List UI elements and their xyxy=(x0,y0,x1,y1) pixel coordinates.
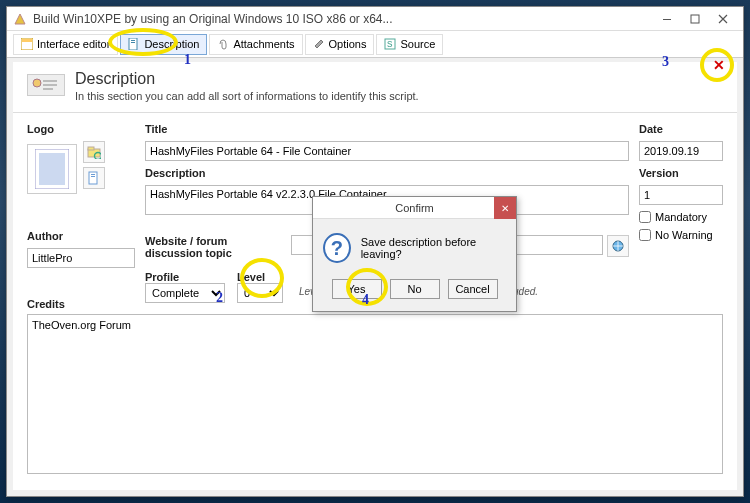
description-label: Description xyxy=(145,167,629,179)
mandatory-checkbox[interactable]: Mandatory xyxy=(639,211,723,223)
toolbar: Interface editor Description Attachments… xyxy=(7,31,743,58)
date-input[interactable] xyxy=(639,141,723,161)
source-icon: s xyxy=(384,38,396,50)
svg-rect-14 xyxy=(39,153,65,185)
svg-rect-4 xyxy=(129,38,137,50)
tab-label: Interface editor xyxy=(37,38,110,50)
layout-icon xyxy=(21,38,33,50)
close-button[interactable] xyxy=(709,9,737,29)
dialog-message: Save description before leaving? xyxy=(361,236,506,260)
svg-rect-16 xyxy=(88,147,94,150)
tab-label: Source xyxy=(400,38,435,50)
nowarning-checkbox[interactable]: No Warning xyxy=(639,229,723,241)
date-label: Date xyxy=(639,123,723,135)
credits-label: Credits xyxy=(27,298,135,310)
tab-source[interactable]: s Source xyxy=(376,34,443,55)
window-controls xyxy=(653,9,737,29)
profile-label: Profile xyxy=(145,271,179,283)
author-label: Author xyxy=(27,230,135,242)
svg-rect-1 xyxy=(691,15,699,23)
question-icon: ? xyxy=(323,233,351,263)
version-label: Version xyxy=(639,167,723,179)
svg-rect-10 xyxy=(43,80,57,82)
dialog-titlebar: Confirm ✕ xyxy=(313,197,516,219)
wrench-icon xyxy=(313,38,325,50)
cancel-button[interactable]: Cancel xyxy=(448,279,498,299)
panel-header: Description In this section you can add … xyxy=(13,62,737,113)
svg-rect-18 xyxy=(89,172,97,184)
minimize-button[interactable] xyxy=(653,9,681,29)
dialog-close-button[interactable]: ✕ xyxy=(494,197,516,219)
logo-label: Logo xyxy=(27,123,135,135)
confirm-dialog: Confirm ✕ ? Save description before leav… xyxy=(312,196,517,312)
title-label: Title xyxy=(145,123,629,135)
author-input[interactable] xyxy=(27,248,135,268)
logo-browse-button[interactable] xyxy=(83,141,105,163)
logo-preview[interactable] xyxy=(27,144,77,194)
tab-options[interactable]: Options xyxy=(305,34,375,55)
svg-rect-0 xyxy=(663,19,671,20)
dialog-title: Confirm xyxy=(395,202,434,214)
paperclip-icon xyxy=(217,38,229,50)
credits-textarea[interactable]: TheOven.org Forum xyxy=(27,314,723,474)
no-button[interactable]: No xyxy=(390,279,440,299)
website-browse-button[interactable] xyxy=(607,235,629,257)
document-icon xyxy=(128,38,140,50)
logo-clear-button[interactable] xyxy=(83,167,105,189)
app-icon xyxy=(13,12,27,26)
svg-text:s: s xyxy=(387,38,393,49)
maximize-button[interactable] xyxy=(681,9,709,29)
version-input[interactable] xyxy=(639,185,723,205)
panel-subtitle: In this section you can add all sort of … xyxy=(75,90,419,102)
level-select[interactable]: 0 xyxy=(237,283,283,303)
svg-rect-19 xyxy=(91,174,95,175)
svg-rect-12 xyxy=(43,88,53,90)
svg-point-9 xyxy=(33,79,41,87)
titlebar: Build Win10XPE by using an Original Wind… xyxy=(7,7,743,31)
panel-close-icon[interactable]: ✕ xyxy=(713,57,729,73)
tab-label: Attachments xyxy=(233,38,294,50)
yes-button[interactable]: Yes xyxy=(332,279,382,299)
title-input[interactable] xyxy=(145,141,629,161)
badge-icon xyxy=(27,74,65,96)
svg-rect-6 xyxy=(131,42,135,43)
svg-rect-3 xyxy=(22,39,32,42)
tab-description[interactable]: Description xyxy=(120,34,207,55)
website-label: Website / forum discussion topic xyxy=(145,235,279,259)
svg-rect-20 xyxy=(91,176,95,177)
tab-attachments[interactable]: Attachments xyxy=(209,34,302,55)
window-title: Build Win10XPE by using an Original Wind… xyxy=(33,12,653,26)
tab-label: Description xyxy=(144,38,199,50)
tab-label: Options xyxy=(329,38,367,50)
profile-select[interactable]: Complete xyxy=(145,283,225,303)
level-label: Level xyxy=(237,271,265,283)
tab-interface-editor[interactable]: Interface editor xyxy=(13,34,118,55)
panel-title: Description xyxy=(75,70,419,88)
svg-rect-5 xyxy=(131,40,135,41)
svg-rect-11 xyxy=(43,84,57,86)
